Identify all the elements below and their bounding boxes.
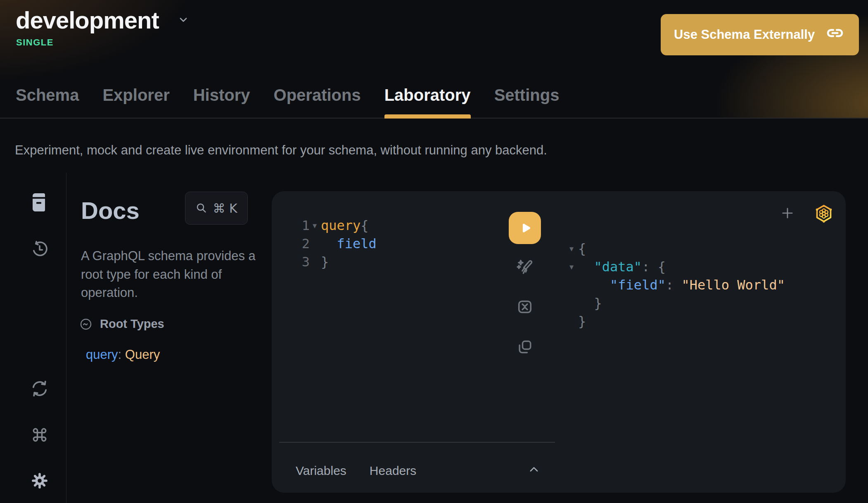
docs-title: Docs bbox=[81, 197, 140, 224]
editor-footer-tabs: Variables Headers bbox=[296, 464, 416, 478]
tab-headers[interactable]: Headers bbox=[370, 464, 416, 478]
fold-spacer bbox=[567, 276, 576, 294]
book-icon bbox=[31, 207, 47, 214]
fold-toggle-icon[interactable]: ▾ bbox=[310, 216, 320, 235]
tab-explorer[interactable]: Explorer bbox=[102, 83, 169, 119]
chevron-up-icon bbox=[528, 470, 540, 476]
query-editor[interactable]: 1▾query{2 field3} bbox=[301, 216, 377, 271]
command-icon bbox=[31, 439, 49, 445]
response-line: } bbox=[567, 312, 785, 330]
editor-footer-divider bbox=[279, 442, 555, 443]
response-text: "field": "Hello World" bbox=[578, 276, 785, 294]
line-number: 1 bbox=[301, 216, 310, 235]
docs-description: A GraphQL schema provides a root type fo… bbox=[81, 247, 261, 302]
hive-logo[interactable] bbox=[813, 203, 835, 224]
merge-icon bbox=[516, 311, 534, 317]
use-schema-externally-button[interactable]: Use Schema Externally bbox=[661, 14, 859, 55]
docs-sidebar-button[interactable] bbox=[31, 192, 47, 212]
nav-tabs: Schema Explorer History Operations Labor… bbox=[16, 83, 559, 119]
response-line: ▾ "data": { bbox=[567, 258, 785, 276]
docs-search-button[interactable]: ⌘ K bbox=[185, 192, 248, 225]
code-text: query{ bbox=[321, 216, 369, 235]
tab-operations[interactable]: Operations bbox=[274, 83, 361, 119]
root-types-label: Root Types bbox=[100, 317, 164, 331]
execute-query-button[interactable] bbox=[509, 212, 541, 244]
tab-settings[interactable]: Settings bbox=[494, 83, 560, 119]
refetch-schema-button[interactable] bbox=[30, 379, 50, 399]
response-line: "field": "Hello World" bbox=[567, 276, 785, 294]
line-number: 2 bbox=[301, 235, 310, 253]
response-text: "data": { bbox=[578, 258, 666, 276]
settings-sidebar-button[interactable] bbox=[30, 471, 50, 491]
code-line: 2 field bbox=[301, 235, 377, 253]
code-line: 3} bbox=[301, 253, 377, 271]
laboratory-panel: 1▾query{2 field3} bbox=[272, 191, 846, 493]
response-line: ▾{ bbox=[567, 240, 785, 258]
line-number: 3 bbox=[301, 253, 310, 271]
link-icon bbox=[824, 25, 846, 45]
history-sidebar-button[interactable] bbox=[30, 240, 49, 259]
code-text: field bbox=[321, 235, 377, 253]
use-schema-button-label: Use Schema Externally bbox=[674, 27, 815, 42]
tab-laboratory[interactable]: Laboratory bbox=[384, 83, 471, 119]
prettify-wand-icon bbox=[515, 273, 535, 279]
header: development SINGLE Use Schema Externally… bbox=[0, 0, 868, 119]
tab-variables[interactable]: Variables bbox=[296, 464, 346, 478]
tab-history[interactable]: History bbox=[193, 83, 250, 119]
refresh-icon bbox=[30, 394, 50, 400]
response-text: } bbox=[578, 312, 586, 330]
root-type-separator: : bbox=[118, 347, 125, 362]
page-title: development bbox=[16, 8, 159, 32]
history-icon bbox=[30, 254, 49, 260]
merge-fragments-button[interactable] bbox=[516, 298, 534, 316]
plus-icon bbox=[780, 216, 795, 222]
project-type-badge: SINGLE bbox=[16, 37, 54, 48]
fold-toggle-icon[interactable]: ▾ bbox=[567, 258, 576, 276]
add-tab-button[interactable] bbox=[780, 206, 795, 221]
chevron-down-icon bbox=[177, 15, 190, 26]
root-type-query-link[interactable]: query: Query bbox=[86, 347, 160, 362]
copy-query-button[interactable] bbox=[516, 338, 534, 356]
code-line: 1▾query{ bbox=[301, 216, 377, 235]
project-selector[interactable]: development bbox=[16, 8, 190, 32]
root-type-field-name: query bbox=[86, 347, 118, 362]
graphql-hive-laboratory-app: development SINGLE Use Schema Externally… bbox=[0, 0, 868, 503]
response-text: } bbox=[578, 294, 602, 312]
sidebar-divider bbox=[66, 173, 66, 503]
code-text: } bbox=[321, 253, 329, 271]
response-text: { bbox=[578, 240, 586, 258]
search-shortcut-label: ⌘ K bbox=[213, 201, 237, 216]
response-viewer: ▾{▾ "data": { "field": "Hello World" }} bbox=[567, 240, 785, 330]
page-subtitle: Experiment, mock and create live environ… bbox=[15, 143, 547, 158]
shortcuts-button[interactable] bbox=[31, 426, 49, 444]
root-types-icon bbox=[79, 318, 92, 331]
gear-icon bbox=[30, 486, 50, 492]
root-types-header: Root Types bbox=[79, 317, 164, 331]
fold-spacer bbox=[310, 253, 320, 271]
search-icon bbox=[195, 202, 208, 214]
fold-spacer bbox=[567, 294, 576, 312]
tab-schema[interactable]: Schema bbox=[16, 83, 79, 119]
response-line: } bbox=[567, 294, 785, 312]
copy-icon bbox=[516, 351, 534, 357]
collapse-footer-button[interactable] bbox=[528, 465, 540, 475]
prettify-button[interactable] bbox=[515, 258, 535, 278]
fold-spacer bbox=[567, 312, 576, 330]
root-type-type-link[interactable]: Query bbox=[125, 347, 160, 362]
play-icon bbox=[517, 220, 533, 236]
fold-toggle-icon[interactable]: ▾ bbox=[567, 240, 576, 258]
fold-spacer bbox=[310, 235, 320, 253]
